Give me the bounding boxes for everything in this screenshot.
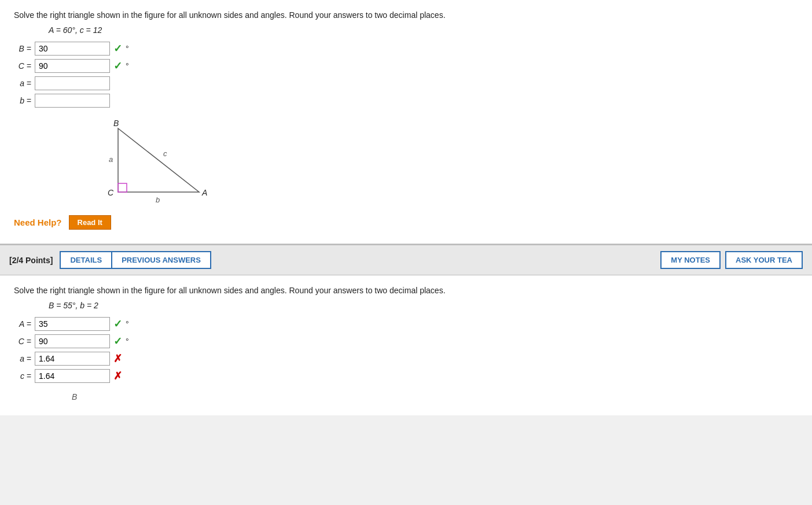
- cross-icon-a2: ✗: [113, 352, 122, 365]
- label-A2: A =: [14, 319, 31, 329]
- degree-C2: °: [126, 337, 129, 346]
- my-notes-button[interactable]: MY NOTES: [660, 251, 721, 269]
- label-C1: C =: [14, 61, 31, 71]
- right-buttons: MY NOTES ASK YOUR TEA: [660, 251, 803, 269]
- points-label: [2/4 Points]: [9, 256, 53, 265]
- details-prev-group: DETAILS PREVIOUS ANSWERS: [60, 251, 211, 269]
- problem-1-given: A = 60°, c = 12: [49, 25, 798, 35]
- input-a2[interactable]: [35, 352, 110, 366]
- problem-2-fields: A = ✓ ° C = ✓ ° a = ✗ c = ✗: [14, 317, 798, 383]
- field-row-C1: C = ✓ °: [14, 59, 798, 73]
- triangle-diagram-1: B C A a b c: [72, 117, 222, 209]
- label-c2: c =: [14, 371, 31, 381]
- field-row-A2: A = ✓ °: [14, 317, 798, 331]
- field-row-C2: C = ✓ °: [14, 334, 798, 348]
- need-help-label: Need Help?: [14, 218, 62, 227]
- problem-2-instructions: Solve the right triangle shown in the fi…: [14, 286, 798, 295]
- previous-answers-button[interactable]: PREVIOUS ANSWERS: [112, 252, 210, 268]
- side-label-b: b: [156, 196, 160, 204]
- svg-rect-1: [118, 183, 127, 192]
- cross-icon-c2: ✗: [113, 370, 122, 382]
- field-row-c2: c = ✗: [14, 369, 798, 383]
- field-row-b1: b =: [14, 94, 798, 108]
- degree-B: °: [126, 44, 129, 53]
- label-a2: a =: [14, 354, 31, 363]
- ask-teacher-button[interactable]: ASK YOUR TEA: [725, 251, 803, 269]
- problem-1-fields: B = ✓ ° C = ✓ ° a = b =: [14, 42, 798, 108]
- check-icon-C1: ✓: [113, 60, 122, 72]
- label-a1: a =: [14, 79, 31, 88]
- side-label-c: c: [163, 149, 167, 158]
- input-b1[interactable]: [35, 94, 110, 108]
- input-c2[interactable]: [35, 369, 110, 383]
- degree-A2: °: [126, 319, 129, 329]
- triangle-label-B2: B: [72, 392, 798, 401]
- check-icon-C2: ✓: [113, 335, 122, 348]
- triangle-svg-1: B C A a b c: [72, 117, 222, 209]
- field-row-a2: a = ✗: [14, 352, 798, 366]
- field-row-a1: a =: [14, 76, 798, 90]
- degree-C1: °: [126, 61, 129, 71]
- svg-marker-0: [118, 128, 199, 192]
- need-help-row: Need Help? Read It: [14, 215, 798, 230]
- vertex-label-C: C: [108, 188, 114, 197]
- details-button[interactable]: DETAILS: [61, 252, 112, 268]
- vertex-label-B: B: [113, 119, 119, 128]
- problem-2-section: Solve the right triangle shown in the fi…: [0, 275, 812, 415]
- problem-1-instructions: Solve the right triangle shown in the fi…: [14, 10, 798, 20]
- label-C2: C =: [14, 337, 31, 346]
- field-row-B: B = ✓ °: [14, 42, 798, 56]
- input-A2[interactable]: [35, 317, 110, 331]
- bottom-bar: [2/4 Points] DETAILS PREVIOUS ANSWERS MY…: [0, 244, 812, 275]
- problem-2-given: B = 55°, b = 2: [49, 301, 798, 310]
- vertex-label-A: A: [201, 188, 207, 197]
- read-it-button[interactable]: Read It: [69, 215, 111, 230]
- input-a1[interactable]: [35, 76, 110, 90]
- check-icon-B: ✓: [113, 42, 122, 55]
- label-B: B =: [14, 44, 31, 53]
- check-icon-A2: ✓: [113, 318, 122, 330]
- problem-1-section: Solve the right triangle shown in the fi…: [0, 0, 812, 244]
- side-label-a: a: [109, 155, 113, 164]
- input-C2[interactable]: [35, 334, 110, 348]
- label-b1: b =: [14, 96, 31, 105]
- input-C1[interactable]: [35, 59, 110, 73]
- input-B[interactable]: [35, 42, 110, 56]
